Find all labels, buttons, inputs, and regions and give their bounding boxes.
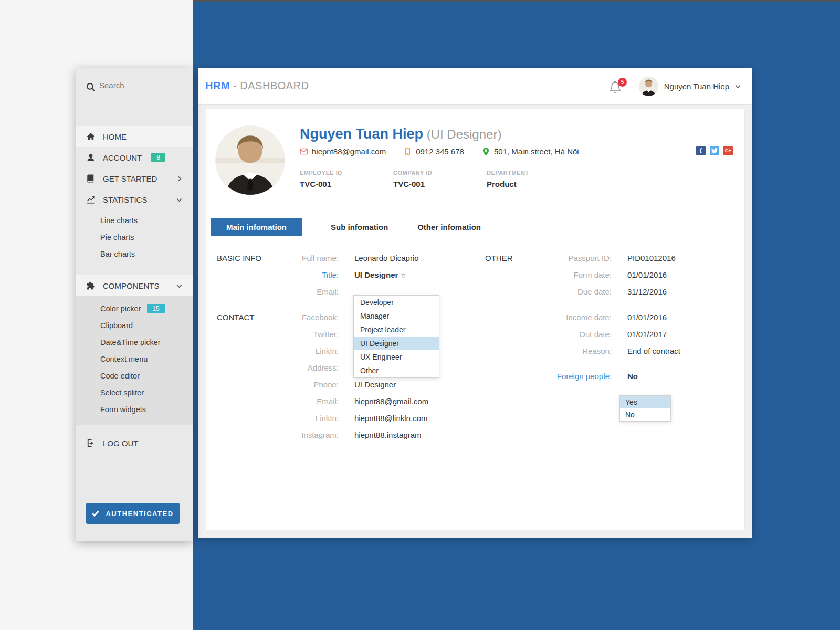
- statistics-submenu: Line charts Pie charts Bar charts: [76, 210, 193, 268]
- sidebar-search: [76, 68, 193, 126]
- company-id-block: COMPANY ID TVC-001: [393, 170, 487, 188]
- sidebar-item-pie-charts[interactable]: Pie charts: [76, 229, 193, 246]
- sidebar-item-label: Color picker: [100, 304, 141, 313]
- employee-id-label: EMPLOYEE ID: [300, 170, 393, 176]
- home-icon: [86, 132, 96, 141]
- puzzle-icon: [86, 281, 96, 290]
- profile-card: Nguyen Tuan Hiep (UI Designer) hiepnt88@…: [206, 109, 745, 530]
- sidebar-item-datetime-picker[interactable]: Date&Time picker: [76, 334, 193, 351]
- tab-main-infomation[interactable]: Main infomation: [211, 218, 302, 236]
- profile-role: (UI Designer): [423, 127, 501, 141]
- foreign-people-select[interactable]: No: [627, 372, 638, 381]
- department-block: DEPARTMENT Product: [487, 170, 580, 188]
- title-option-manager[interactable]: Manager: [354, 309, 439, 323]
- foreign-option-yes[interactable]: Yes: [620, 396, 670, 408]
- title-option-ui-designer[interactable]: UI Designer: [354, 337, 439, 350]
- sidebar-item-clipboard[interactable]: Clipboard: [76, 317, 193, 334]
- notification-badge: 5: [618, 78, 627, 87]
- sidebar-item-label: LOG OUT: [103, 439, 139, 448]
- profile-photo: [216, 126, 285, 195]
- field-income-date: Income date:01/01/2016: [553, 313, 667, 322]
- section-contact: CONTACT: [217, 313, 254, 322]
- user-menu[interactable]: Nguyen Tuan Hiep: [639, 77, 741, 96]
- field-form-date: Form date:01/01/2016: [553, 270, 667, 279]
- check-icon: [92, 510, 99, 517]
- profile-name: Nguyen Tuan Hiep: [300, 126, 423, 142]
- field-phone: Phone:UI Designer: [290, 380, 396, 389]
- chevron-down-icon: [735, 83, 741, 89]
- color-picker-badge: 15: [147, 304, 164, 313]
- sidebar-item-log-out[interactable]: LOG OUT: [76, 433, 193, 454]
- field-email-contact: Email:hiepnt88@gmail.com: [290, 397, 428, 406]
- department-value: Product: [487, 180, 580, 188]
- sidebar-item-code-editor[interactable]: Code editor: [76, 368, 193, 384]
- sidebar-item-home[interactable]: HOME: [76, 126, 193, 147]
- profile-address: 501, Main street, Hà Nội: [482, 147, 579, 156]
- mobile-icon: [404, 148, 412, 155]
- company-id-label: COMPANY ID: [393, 170, 487, 176]
- tab-sub-infomation[interactable]: Sub infomation: [319, 218, 400, 236]
- company-id-value: TVC-001: [393, 180, 487, 188]
- foreign-option-no[interactable]: No: [620, 408, 670, 421]
- caret-down-icon: ▽: [401, 273, 405, 279]
- google-plus-icon[interactable]: G+: [723, 146, 733, 155]
- envelope-icon: [300, 148, 308, 155]
- book-icon: [86, 174, 96, 183]
- tab-bar: Main infomation Sub infomation Other inf…: [211, 218, 492, 236]
- profile-email: hiepnt88@gmail.com: [300, 147, 386, 156]
- logout-icon: [86, 438, 96, 448]
- map-pin-icon: [482, 148, 490, 155]
- sidebar-item-color-picker[interactable]: Color picker 15: [76, 300, 193, 317]
- top-bar: HRM - DASHBOARD 5 Nguyen Tuan Hiep: [198, 68, 752, 105]
- field-facebook: Facebook:: [290, 313, 354, 322]
- chevron-down-icon: [176, 283, 182, 289]
- field-email-basic: Email:: [290, 287, 354, 296]
- title-option-other[interactable]: Other: [354, 364, 439, 377]
- sidebar-item-form-widgets[interactable]: Form widgets: [76, 401, 193, 418]
- chevron-right-icon: [176, 176, 182, 182]
- field-due-date: Due date:31/12/2016: [553, 287, 667, 296]
- foreign-people-dropdown: Yes No: [620, 395, 671, 422]
- authenticated-button[interactable]: AUTHENTICATED: [86, 503, 180, 524]
- title-option-developer[interactable]: Developer: [354, 296, 439, 309]
- account-badge: 8: [151, 153, 165, 162]
- notifications-button[interactable]: 5: [609, 78, 625, 96]
- chevron-down-icon: [176, 197, 182, 203]
- field-linkin-2: LinkIn:hiepnt88@linkln.com: [290, 414, 427, 423]
- sidebar-item-bar-charts[interactable]: Bar charts: [76, 246, 193, 262]
- title-dropdown: Developer Manager Project leader UI Desi…: [353, 295, 439, 378]
- field-full-name: Full name: Leonardo Dicaprio: [290, 254, 419, 262]
- sidebar-item-get-started[interactable]: GET STARTED: [76, 168, 193, 189]
- department-label: DEPARTMENT: [487, 170, 580, 176]
- facebook-icon[interactable]: f: [696, 146, 706, 155]
- sidebar-item-select-spliter[interactable]: Select spliter: [76, 384, 193, 401]
- sidebar-item-context-menu[interactable]: Context menu: [76, 351, 193, 368]
- line-chart-icon: [86, 195, 96, 204]
- field-out-date: Out date:01/01/2017: [553, 330, 667, 339]
- title-option-ux-engineer[interactable]: UX Engineer: [354, 350, 439, 364]
- brand-hrm: HRM: [205, 80, 230, 91]
- sidebar-item-components[interactable]: COMPONENTS: [76, 275, 193, 296]
- sidebar-item-label: HOME: [103, 132, 127, 141]
- employee-id-value: TVC-001: [300, 180, 393, 188]
- field-twitter: Twitter:: [290, 330, 354, 339]
- profile-phone: 0912 345 678: [404, 147, 464, 156]
- page-title: HRM - DASHBOARD: [205, 80, 309, 92]
- twitter-icon[interactable]: [710, 146, 719, 155]
- title-option-project-leader[interactable]: Project leader: [354, 323, 439, 337]
- sidebar-item-label: GET STARTED: [103, 174, 157, 183]
- sidebar-item-statistics[interactable]: STATISTICS: [76, 189, 193, 210]
- section-other: OTHER: [485, 254, 513, 262]
- sidebar-item-label: ACCOUNT: [103, 153, 142, 162]
- field-reason: Reason:End of contract: [553, 346, 680, 355]
- sidebar-item-label: STATISTICS: [103, 195, 147, 204]
- search-underline: [86, 96, 183, 96]
- page-title-rest: - DASHBOARD: [230, 80, 309, 91]
- title-select[interactable]: UI Designer▽: [354, 270, 405, 279]
- user-avatar: [639, 77, 658, 96]
- search-input[interactable]: [99, 81, 183, 90]
- sidebar-item-line-charts[interactable]: Line charts: [76, 212, 193, 229]
- user-icon: [86, 153, 96, 162]
- sidebar-item-account[interactable]: ACCOUNT 8: [76, 147, 193, 168]
- tab-other-infomation[interactable]: Other infomation: [406, 218, 492, 236]
